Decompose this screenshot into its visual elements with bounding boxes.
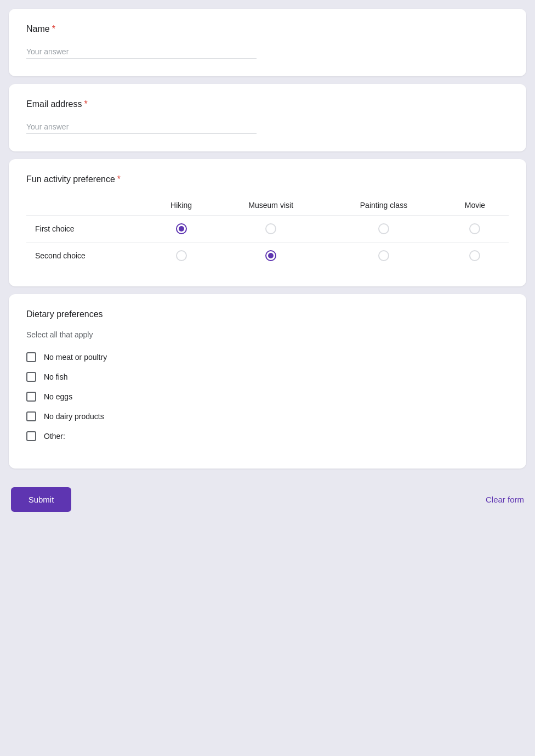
activity-label: Fun activity preference* xyxy=(26,174,509,184)
first-choice-label: First choice xyxy=(26,216,147,242)
dietary-label: Dietary preferences xyxy=(26,309,509,319)
first-choice-museum-cell xyxy=(215,216,326,242)
other-label: Other: xyxy=(44,432,65,441)
grid-col-movie: Movie xyxy=(441,195,509,216)
dietary-label-text: Dietary preferences xyxy=(26,309,103,319)
other-checkbox[interactable] xyxy=(26,431,36,441)
no-eggs-checkbox[interactable] xyxy=(26,392,36,402)
name-input[interactable] xyxy=(26,45,257,59)
name-label-text: Name xyxy=(26,24,50,33)
dietary-option-no-fish: No fish xyxy=(26,372,509,382)
no-fish-checkbox[interactable] xyxy=(26,372,36,382)
second-choice-label: Second choice xyxy=(26,242,147,269)
first-choice-painting-radio[interactable] xyxy=(378,223,389,234)
dietary-option-no-dairy: No dairy products xyxy=(26,411,509,421)
dietary-option-no-eggs: No eggs xyxy=(26,392,509,402)
dietary-option-no-meat: No meat or poultry xyxy=(26,352,509,362)
email-label: Email address* xyxy=(26,99,509,109)
second-choice-movie-cell xyxy=(441,242,509,269)
second-choice-hiking-cell xyxy=(147,242,216,269)
footer-bar: Submit Clear form xyxy=(9,476,526,523)
first-choice-hiking-cell xyxy=(147,216,216,242)
name-card: Name* xyxy=(9,9,526,76)
submit-button[interactable]: Submit xyxy=(11,487,71,512)
activity-required-star: * xyxy=(117,174,121,184)
clear-form-button[interactable]: Clear form xyxy=(486,495,524,504)
activity-grid: Hiking Museum visit Painting class Movie… xyxy=(26,195,509,269)
first-choice-museum-radio[interactable] xyxy=(265,223,276,234)
second-choice-row: Second choice xyxy=(26,242,509,269)
grid-col-hiking: Hiking xyxy=(147,195,216,216)
email-card: Email address* xyxy=(9,84,526,151)
no-fish-label: No fish xyxy=(44,373,68,381)
activity-card: Fun activity preference* Hiking Museum v… xyxy=(9,159,526,286)
no-dairy-checkbox[interactable] xyxy=(26,411,36,421)
first-choice-hiking-radio[interactable] xyxy=(176,223,187,234)
dietary-option-other: Other: xyxy=(26,431,509,441)
no-dairy-label: No dairy products xyxy=(44,412,104,421)
dietary-card: Dietary preferences Select all that appl… xyxy=(9,294,526,469)
second-choice-painting-cell xyxy=(326,242,441,269)
email-input[interactable] xyxy=(26,120,257,134)
email-label-text: Email address xyxy=(26,99,82,109)
no-meat-checkbox[interactable] xyxy=(26,352,36,362)
no-eggs-label: No eggs xyxy=(44,392,72,401)
activity-label-text: Fun activity preference xyxy=(26,174,115,184)
grid-col-empty xyxy=(26,195,147,216)
first-choice-row: First choice xyxy=(26,216,509,242)
name-required-star: * xyxy=(52,24,55,33)
first-choice-movie-radio[interactable] xyxy=(469,223,480,234)
first-choice-painting-cell xyxy=(326,216,441,242)
second-choice-movie-radio[interactable] xyxy=(469,250,480,261)
second-choice-painting-radio[interactable] xyxy=(378,250,389,261)
grid-header-row: Hiking Museum visit Painting class Movie xyxy=(26,195,509,216)
name-label: Name* xyxy=(26,24,509,34)
second-choice-museum-radio[interactable] xyxy=(265,250,276,261)
dietary-subtitle: Select all that apply xyxy=(26,330,509,339)
second-choice-hiking-radio[interactable] xyxy=(176,250,187,261)
first-choice-movie-cell xyxy=(441,216,509,242)
email-required-star: * xyxy=(84,99,87,109)
grid-col-museum: Museum visit xyxy=(215,195,326,216)
no-meat-label: No meat or poultry xyxy=(44,353,107,362)
grid-col-painting: Painting class xyxy=(326,195,441,216)
second-choice-museum-cell xyxy=(215,242,326,269)
